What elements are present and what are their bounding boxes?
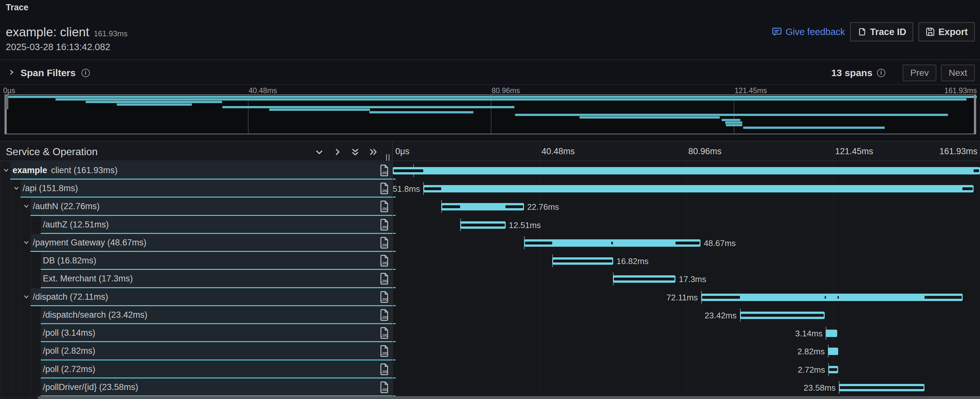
span-log-icon[interactable]: LOG bbox=[379, 363, 389, 377]
minimap-span-bar bbox=[56, 98, 967, 101]
collapse-chevron-icon[interactable] bbox=[24, 295, 29, 299]
span-log-icon[interactable]: LOG bbox=[379, 345, 389, 358]
indent-guide-line bbox=[1, 234, 1, 252]
minimap-span-bar bbox=[117, 104, 192, 106]
minimap-span-bar bbox=[579, 116, 720, 118]
span-self-time-segment bbox=[963, 187, 973, 190]
span-tree-row[interactable]: DB (16.82ms)LOG bbox=[0, 252, 392, 270]
expand-one-icon[interactable] bbox=[332, 147, 342, 157]
span-self-time-segment bbox=[505, 205, 523, 208]
indent-gutter bbox=[0, 270, 41, 288]
minimap-left-grip[interactable] bbox=[5, 95, 8, 109]
indent-guide-line bbox=[31, 378, 32, 396]
spans-count-info-icon[interactable]: i bbox=[877, 69, 885, 77]
span-name-label: /authZ (12.51ms) bbox=[43, 220, 109, 230]
indent-guide-line bbox=[11, 324, 11, 342]
indent-guide-line bbox=[11, 288, 11, 306]
minimap-axis-label: 121.45ms bbox=[735, 86, 767, 95]
minimap-span-bar bbox=[726, 124, 742, 126]
span-tree-row[interactable]: /dispatch/search (23.42ms)LOG bbox=[0, 306, 392, 324]
prev-span-button[interactable]: Prev bbox=[903, 65, 937, 81]
span-duration-bar[interactable] bbox=[826, 330, 837, 337]
span-log-icon[interactable]: LOG bbox=[379, 255, 389, 268]
span-tree-row[interactable]: Ext. Merchant (17.3ms)LOG bbox=[0, 270, 392, 288]
span-log-icon[interactable]: LOG bbox=[379, 237, 389, 250]
trace-duration-badge: 161.93ms bbox=[94, 29, 127, 38]
collapse-chevron-icon[interactable] bbox=[24, 240, 29, 245]
indent-gutter bbox=[0, 378, 41, 396]
timeline-axis-label: 161.93ms bbox=[939, 147, 977, 156]
span-duration-label: 23.42ms bbox=[705, 311, 737, 321]
collapse-chevron-icon[interactable] bbox=[24, 204, 29, 209]
span-tree-row[interactable]: /poll (3.14ms)LOG bbox=[0, 324, 392, 342]
expand-all-icon[interactable] bbox=[368, 147, 378, 157]
span-log-icon[interactable]: LOG bbox=[379, 291, 389, 304]
span-log-icon[interactable]: LOG bbox=[379, 381, 389, 394]
collapse-chevron-icon[interactable] bbox=[3, 168, 9, 172]
span-log-icon[interactable]: LOG bbox=[379, 164, 389, 178]
span-tree-row[interactable]: /authZ (12.51ms)LOG bbox=[0, 216, 392, 234]
span-name-label: /authN (22.76ms) bbox=[33, 201, 100, 211]
span-self-time-segment bbox=[525, 242, 552, 244]
indent-guide-line bbox=[1, 361, 1, 378]
span-tree-row[interactable]: /api (151.8ms)LOG bbox=[0, 180, 392, 198]
span-log-icon[interactable]: LOG bbox=[379, 327, 389, 340]
span-tree-row[interactable]: /poll (2.72ms)LOG bbox=[0, 361, 392, 378]
give-feedback-link[interactable]: Give feedback bbox=[772, 26, 845, 37]
span-log-icon[interactable]: LOG bbox=[379, 201, 389, 214]
span-log-icon[interactable]: LOG bbox=[379, 182, 389, 196]
collapse-chevron-icon[interactable] bbox=[13, 186, 19, 190]
span-tree-row[interactable]: /pollDriver/{id} (23.58ms)LOG bbox=[0, 378, 392, 396]
indent-guide-line bbox=[11, 342, 11, 360]
span-tree-row[interactable]: /dispatch (72.11ms)LOG bbox=[0, 288, 392, 306]
span-filters-expand-chevron-icon[interactable] bbox=[8, 69, 15, 77]
svg-text:LOG: LOG bbox=[380, 351, 388, 355]
indent-guide-line bbox=[31, 342, 32, 360]
span-tree-row[interactable]: /payment Gateway (48.67ms)LOG bbox=[0, 234, 392, 252]
page-title: Trace bbox=[6, 3, 29, 13]
indent-guide-line bbox=[1, 161, 1, 180]
span-self-time-segment bbox=[837, 296, 839, 299]
span-log-icon[interactable]: LOG bbox=[379, 219, 389, 232]
span-log-icon[interactable]: LOG bbox=[379, 273, 389, 286]
trace-id-button[interactable]: Trace ID bbox=[850, 22, 913, 41]
indent-guide-line bbox=[11, 378, 11, 396]
indent-guide-line bbox=[21, 252, 21, 270]
span-duration-bar[interactable] bbox=[423, 185, 974, 192]
span-duration-label: 16.82ms bbox=[616, 256, 649, 267]
timeline-axis-label: 0μs bbox=[395, 147, 409, 156]
indent-gutter bbox=[0, 216, 41, 234]
span-self-time-segment bbox=[676, 242, 700, 244]
minimap-right-drag-handle[interactable] bbox=[974, 95, 975, 134]
collapse-one-icon[interactable] bbox=[315, 147, 324, 157]
indent-guide-line bbox=[21, 198, 21, 215]
indent-guide-line bbox=[31, 252, 32, 270]
horizontal-scrollbar-thumb[interactable] bbox=[38, 396, 980, 399]
span-filters-info-icon[interactable]: i bbox=[81, 69, 90, 77]
trace-minimap[interactable] bbox=[5, 94, 976, 134]
span-tree-row[interactable]: exampleclient (161.93ms)LOG bbox=[0, 161, 392, 180]
minimap-span-bar bbox=[223, 106, 514, 108]
service-operation-title: Service & Operation bbox=[6, 146, 97, 158]
span-tree-row[interactable]: /authN (22.76ms)LOG bbox=[0, 198, 392, 215]
next-span-button[interactable]: Next bbox=[941, 65, 975, 81]
minimap-span-bar bbox=[515, 114, 948, 116]
span-name-label: /dispatch (72.11ms) bbox=[33, 292, 108, 302]
collapse-all-icon[interactable] bbox=[350, 147, 360, 157]
svg-text:LOG: LOG bbox=[380, 316, 388, 319]
span-tree-row[interactable]: /poll (2.82ms)LOG bbox=[0, 342, 392, 360]
save-icon bbox=[926, 27, 935, 37]
column-resize-grip[interactable] bbox=[386, 154, 390, 161]
indent-gutter bbox=[0, 252, 41, 270]
indent-guide-line bbox=[1, 252, 1, 270]
span-duration-bar[interactable] bbox=[701, 294, 963, 301]
export-button[interactable]: Export bbox=[918, 22, 975, 41]
span-name-label: /poll (3.14ms) bbox=[43, 328, 95, 338]
column-divider[interactable] bbox=[392, 141, 393, 396]
span-log-icon[interactable]: LOG bbox=[379, 309, 389, 322]
span-duration-label: 72.11ms bbox=[667, 293, 698, 303]
span-filters-title[interactable]: Span Filters bbox=[21, 67, 76, 78]
minimap-span-bar bbox=[743, 126, 885, 129]
span-duration-label: 2.82ms bbox=[797, 346, 825, 357]
indent-guide-line bbox=[11, 361, 11, 378]
